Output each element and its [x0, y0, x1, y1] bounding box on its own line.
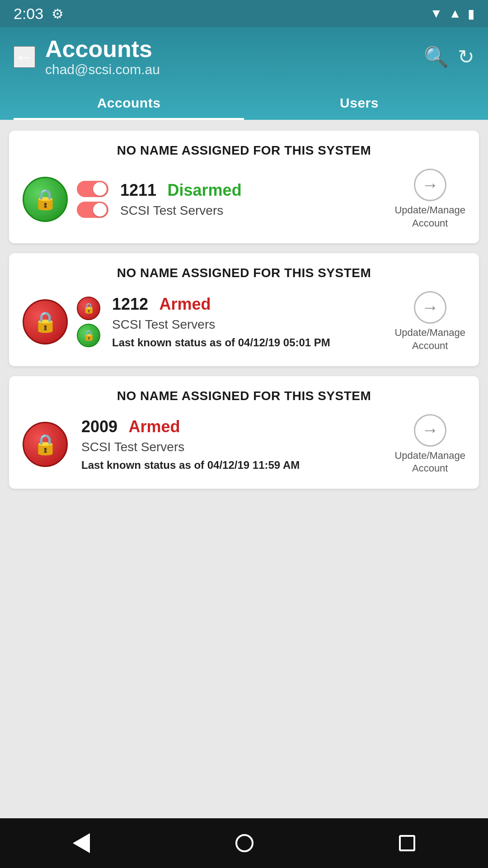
refresh-button[interactable]: ↻	[458, 45, 474, 69]
wifi-icon: ▼	[430, 6, 443, 21]
manage-label-1211: Update/ManageAccount	[394, 204, 465, 230]
manage-button-2009[interactable]: → Update/ManageAccount	[394, 414, 465, 475]
header-left: ← Accounts chad@scsi.com.au	[14, 36, 160, 77]
account-status-1211: Disarmed	[168, 181, 242, 199]
nav-recent-button[interactable]	[399, 835, 415, 851]
account-status-2009: Armed	[129, 417, 180, 436]
account-info-1211: 1211 Disarmed SCSI Test Servers	[120, 181, 385, 218]
signal-icon: ▲	[449, 6, 461, 21]
manage-circle-1211: →	[414, 169, 446, 201]
content: NO NAME ASSIGNED FOR THIS SYSTEM 🔒 1211 …	[0, 120, 488, 818]
account-server-2009: SCSI Test Servers	[81, 440, 385, 454]
account-timestamp-1212: Last known status as of 04/12/19 05:01 P…	[112, 336, 385, 349]
battery-icon: ▮	[468, 6, 474, 21]
account-card-1211: NO NAME ASSIGNED FOR THIS SYSTEM 🔒 1211 …	[9, 131, 479, 243]
account-number-2009: 2009	[81, 417, 117, 436]
header-top: ← Accounts chad@scsi.com.au 🔍 ↻	[14, 36, 474, 77]
account-server-1211: SCSI Test Servers	[120, 203, 385, 218]
manage-circle-1212: →	[414, 291, 446, 324]
toggle-2-on[interactable]	[77, 202, 108, 218]
account-timestamp-2009: Last known status as of 04/12/19 11:59 A…	[81, 459, 385, 472]
tab-accounts[interactable]: Accounts	[14, 85, 244, 120]
card-2009-title: NO NAME ASSIGNED FOR THIS SYSTEM	[23, 389, 465, 403]
bottom-nav	[0, 818, 488, 868]
small-lock-green-1212: 🔒	[77, 324, 100, 347]
toggles-area-1211	[77, 181, 108, 218]
home-circle-icon	[235, 834, 253, 852]
back-triangle-icon	[73, 833, 90, 853]
account-number-1211: 1211	[120, 181, 156, 199]
account-row-1211: 1211 Disarmed	[120, 181, 385, 200]
small-locks-1212: 🔒 🔒	[77, 297, 100, 347]
account-row-1212: 1212 Armed	[112, 295, 385, 314]
account-row-2009: 2009 Armed	[81, 417, 385, 436]
account-card-2009: NO NAME ASSIGNED FOR THIS SYSTEM 🔒 2009 …	[9, 376, 479, 489]
account-status-1212: Armed	[160, 295, 211, 313]
card-1212-title: NO NAME ASSIGNED FOR THIS SYSTEM	[23, 266, 465, 280]
card-1211-body: 🔒 1211 Disarmed SCSI Test Servers → Upda…	[23, 169, 465, 230]
status-left: 2:03 ⚙	[14, 5, 64, 23]
lock-icon-red-2009: 🔒	[23, 422, 68, 467]
card-2009-body: 🔒 2009 Armed SCSI Test Servers Last know…	[23, 414, 465, 475]
small-lock-red-1212: 🔒	[77, 297, 100, 320]
account-info-1212: 1212 Armed SCSI Test Servers Last known …	[112, 295, 385, 349]
account-info-2009: 2009 Armed SCSI Test Servers Last known …	[81, 417, 385, 472]
card-1212-body: 🔒 🔒 🔒 1212 Armed SCSI Test Servers Last …	[23, 291, 465, 352]
header: ← Accounts chad@scsi.com.au 🔍 ↻ Accounts…	[0, 27, 488, 120]
manage-label-2009: Update/ManageAccount	[394, 449, 465, 475]
card-1211-title: NO NAME ASSIGNED FOR THIS SYSTEM	[23, 143, 465, 158]
nav-back-button[interactable]	[73, 833, 90, 853]
tabs: Accounts Users	[14, 85, 474, 120]
status-right: ▼ ▲ ▮	[430, 6, 474, 21]
nav-home-button[interactable]	[235, 834, 253, 852]
manage-circle-2009: →	[414, 414, 446, 447]
lock-icon-green-1211: 🔒	[23, 177, 68, 222]
back-button[interactable]: ←	[14, 46, 35, 68]
lock-symbol: 🔒	[33, 310, 58, 334]
account-server-1212: SCSI Test Servers	[112, 317, 385, 332]
status-bar: 2:03 ⚙ ▼ ▲ ▮	[0, 0, 488, 27]
lock-symbol: 🔒	[33, 433, 58, 456]
settings-icon: ⚙	[52, 6, 64, 22]
header-actions: 🔍 ↻	[424, 45, 474, 69]
manage-button-1211[interactable]: → Update/ManageAccount	[394, 169, 465, 230]
status-time: 2:03	[14, 5, 43, 23]
account-card-1212: NO NAME ASSIGNED FOR THIS SYSTEM 🔒 🔒 🔒 1…	[9, 253, 479, 366]
lock-icon-red-1212: 🔒	[23, 299, 68, 344]
recent-square-icon	[399, 835, 415, 851]
lock-symbol: 🔒	[33, 188, 58, 211]
page-title: Accounts	[45, 36, 160, 62]
account-number-1212: 1212	[112, 295, 148, 313]
tab-users[interactable]: Users	[244, 85, 474, 120]
search-button[interactable]: 🔍	[424, 45, 449, 69]
manage-label-1212: Update/ManageAccount	[394, 326, 465, 352]
manage-button-1212[interactable]: → Update/ManageAccount	[394, 291, 465, 352]
header-title-block: Accounts chad@scsi.com.au	[45, 36, 160, 77]
toggle-1-on[interactable]	[77, 181, 108, 197]
header-subtitle: chad@scsi.com.au	[45, 62, 160, 77]
